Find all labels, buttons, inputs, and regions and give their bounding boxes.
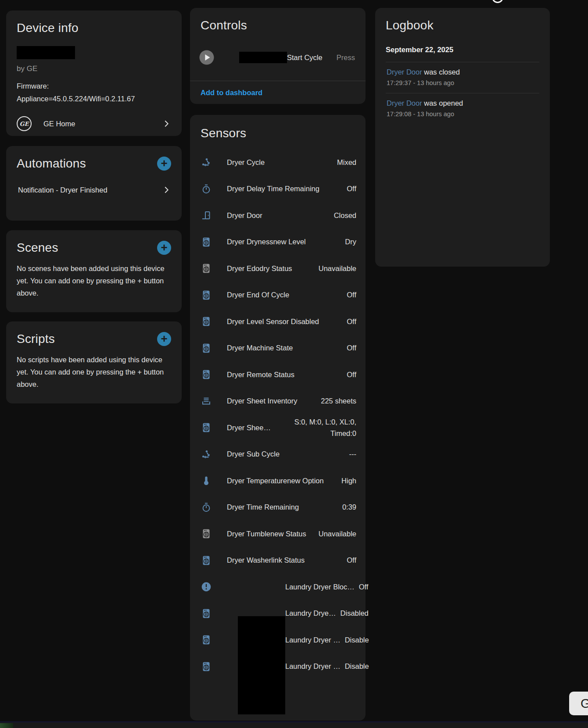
device-name-redaction	[17, 46, 75, 59]
sensor-value: Unavailable	[314, 530, 356, 538]
sensor-value: Dry	[341, 238, 356, 246]
sensor-row[interactable]: Dryer Delay Time Remaining Off	[190, 176, 366, 203]
washer-icon	[201, 555, 212, 566]
logbook-list: Dryer Door was closed 17:29:37 - 13 hour…	[386, 62, 539, 124]
sensor-value: Disabled	[336, 609, 369, 617]
device-info-title: Device info	[17, 21, 171, 35]
washer-icon	[201, 369, 212, 380]
logbook-title: Logbook	[386, 18, 539, 32]
sensor-row[interactable]: Dryer End Of Cycle Off	[190, 282, 366, 309]
sensor-row[interactable]: Dryer Tumblenew Status Unavailable	[190, 521, 366, 547]
logbook-entry: Dryer Door was closed 17:29:37 - 13 hour…	[386, 62, 539, 93]
automations-card: Automations Notification - Dryer Finishe…	[6, 146, 182, 221]
sensor-label: Dryer Time Remaining	[227, 503, 299, 511]
scenes-empty-text: No scenes have been added using this dev…	[17, 262, 171, 299]
sensor-row[interactable]: Dryer Level Sensor Disabled Off	[190, 308, 366, 335]
sensor-value: Off	[342, 371, 356, 379]
sensor-label: Laundry Dryer Bloc…	[285, 583, 355, 591]
sensor-value: Off	[342, 185, 356, 193]
sensor-names-redaction	[238, 616, 285, 714]
sensor-value: S:0, M:0, L:0, XL:0, Timed:0	[285, 416, 356, 439]
washer-icon	[201, 316, 212, 327]
control-label: Start Cycle	[287, 54, 323, 62]
sensor-row[interactable]: Laundry Dryer Bloc… Off	[190, 574, 366, 600]
control-row-start-cycle[interactable]: Start Cycle Press	[190, 49, 366, 66]
washer-icon	[201, 290, 212, 300]
integration-row-ge-home[interactable]: GE GE Home	[17, 116, 171, 131]
logbook-entity-link[interactable]: Dryer Door	[387, 99, 422, 107]
add-scene-button[interactable]	[157, 241, 171, 255]
logbook-timestamp: 17:29:37 - 13 hours ago	[387, 79, 538, 86]
cycle-icon	[201, 449, 212, 460]
sensor-label: Dryer Level Sensor Disabled	[227, 318, 319, 326]
sensor-label: Laundry Dryer …	[285, 636, 341, 644]
sensor-row[interactable]: Dryer Time Remaining 0:39	[190, 494, 366, 521]
logbook-event-text: was closed	[424, 68, 460, 76]
chevron-right-icon	[161, 119, 171, 128]
automation-item-label: Notification - Dryer Finished	[18, 186, 108, 194]
sensor-value: ---	[345, 450, 356, 458]
sensor-value: Off	[342, 291, 356, 299]
play-circle-icon[interactable]	[199, 50, 215, 65]
sensor-row[interactable]: Dryer Remote Status Off	[190, 361, 366, 388]
logbook-event-text: was opened	[424, 99, 463, 107]
sensor-row[interactable]: Dryer Washerlink Status Off	[190, 547, 366, 574]
sensor-value: Disable	[341, 662, 369, 671]
washer-icon	[201, 635, 212, 645]
sensor-row[interactable]: Dryer Sheet Inventory 225 sheets	[190, 388, 366, 415]
washer-icon	[201, 661, 212, 672]
device-firmware: Firmware: Appliance=45.0.5.224/Wifi=0.2.…	[17, 80, 171, 105]
control-press-hint[interactable]: Press	[337, 54, 355, 62]
sensors-card: Sensors Dryer Cycle Mixed Dryer Delay Ti…	[190, 115, 366, 721]
add-automation-button[interactable]	[157, 157, 171, 171]
logbook-timestamp: 17:29:08 - 13 hours ago	[387, 111, 538, 118]
sensor-value: Off	[342, 344, 356, 352]
sensor-row[interactable]: Dryer Sub Cycle ---	[190, 441, 366, 468]
sensor-label: Laundry Dryer …	[285, 662, 341, 671]
add-to-dashboard-row: Add to dashboard	[190, 81, 366, 104]
scripts-empty-text: No scripts have been added using this de…	[17, 353, 171, 390]
sensor-label: Dryer Cycle	[227, 158, 265, 167]
device-manufacturer: by GE	[17, 64, 171, 73]
scripts-title: Scripts	[17, 332, 55, 346]
sensor-value: 0:39	[338, 503, 356, 511]
sensor-value: Mixed	[333, 158, 356, 167]
ge-logo-icon: GE	[17, 116, 32, 131]
sensor-value: High	[337, 477, 356, 485]
sensor-row[interactable]: Dryer Shee… S:0, M:0, L:0, XL:0, Timed:0	[190, 414, 366, 441]
firmware-value: Appliance=45.0.5.224/Wifi=0.2.11.67	[17, 93, 171, 105]
g-overlay-button[interactable]: G	[569, 692, 588, 715]
sensor-label: Dryer Machine State	[227, 344, 293, 352]
automation-item[interactable]: Notification - Dryer Finished	[17, 185, 171, 195]
washer-icon	[201, 263, 212, 274]
timer-icon	[201, 184, 212, 194]
header-avatar-partial-icon	[492, 0, 503, 3]
washer-icon	[201, 422, 212, 433]
washer-icon	[201, 608, 212, 619]
sensor-row[interactable]: Dryer Door Closed	[190, 202, 366, 229]
cycle-icon	[201, 157, 212, 168]
washer-icon	[201, 528, 212, 539]
logbook-date-header: September 22, 2025	[386, 46, 539, 54]
thermometer-icon	[201, 475, 212, 486]
sensor-row[interactable]: Dryer Edodry Status Unavailable	[190, 255, 366, 282]
sensors-title: Sensors	[190, 126, 366, 140]
add-to-dashboard-link[interactable]: Add to dashboard	[201, 89, 262, 96]
door-icon	[201, 210, 212, 221]
washer-icon	[201, 237, 212, 247]
sensor-row[interactable]: Dryer Temperaturenew Option High	[190, 467, 366, 494]
scenes-card: Scenes No scenes have been added using t…	[6, 230, 182, 312]
controls-card: Controls Start Cycle Press Add to dashbo…	[190, 8, 366, 104]
automations-title: Automations	[17, 157, 86, 171]
logbook-entity-link[interactable]: Dryer Door	[387, 68, 422, 76]
sensor-label: Dryer Edodry Status	[227, 264, 292, 273]
sensor-row[interactable]: Dryer Cycle Mixed	[190, 149, 366, 176]
sensor-row[interactable]: Dryer Drynessnew Level Dry	[190, 229, 366, 256]
logbook-card: Logbook September 22, 2025 Dryer Door wa…	[375, 8, 550, 267]
add-script-button[interactable]	[157, 332, 171, 346]
scripts-card: Scripts No scripts have been added using…	[6, 321, 182, 403]
sensor-label: Dryer Sheet Inventory	[227, 397, 298, 405]
sensor-list: Dryer Cycle Mixed Dryer Delay Time Remai…	[190, 149, 366, 680]
sensor-row[interactable]: Dryer Machine State Off	[190, 335, 366, 362]
control-name-redaction	[239, 52, 287, 63]
